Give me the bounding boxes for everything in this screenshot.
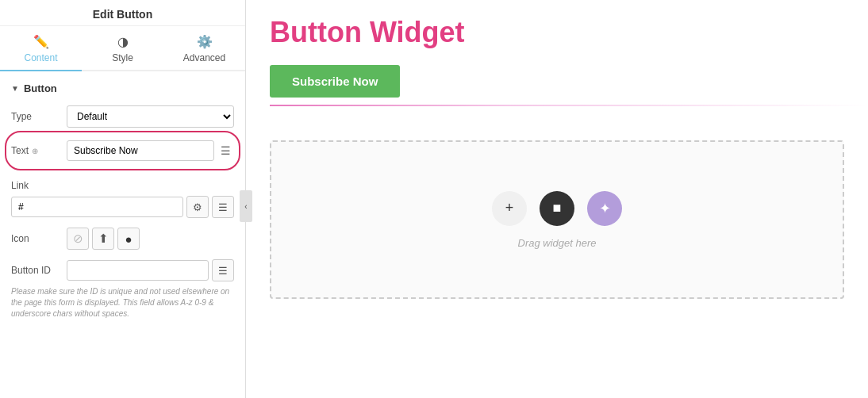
icon-circle-btn[interactable]: ● bbox=[117, 228, 140, 250]
icon-field-label: Icon bbox=[11, 233, 67, 244]
link-list-btn[interactable]: ☰ bbox=[212, 196, 234, 218]
text-label-area: Text ⊕ bbox=[11, 145, 67, 156]
section-button-label: Button bbox=[24, 82, 57, 94]
tabs-row: ✏️ Content ◑ Style ⚙️ Advanced bbox=[0, 26, 245, 71]
tab-content[interactable]: ✏️ Content bbox=[0, 26, 82, 71]
type-select[interactable]: Default Info Success Warning Danger bbox=[67, 105, 234, 128]
add-widget-icon[interactable]: + bbox=[492, 191, 527, 226]
advanced-tab-icon: ⚙️ bbox=[197, 34, 213, 49]
left-panel: Edit Button ✏️ Content ◑ Style ⚙️ Advanc… bbox=[0, 0, 246, 398]
link-gear-btn[interactable]: ⚙ bbox=[186, 196, 209, 218]
drag-widget-label: Drag widget here bbox=[518, 237, 597, 249]
tab-advanced-label: Advanced bbox=[183, 52, 225, 63]
help-text: Please make sure the ID is unique and no… bbox=[11, 286, 234, 320]
text-field-row: Text ⊕ ☰ bbox=[11, 137, 234, 164]
page-title: Button Widget bbox=[270, 16, 844, 49]
text-field-label: Text bbox=[11, 145, 29, 156]
text-input[interactable] bbox=[67, 140, 214, 161]
text-list-icon-btn[interactable]: ☰ bbox=[217, 143, 234, 159]
button-id-list-btn[interactable]: ☰ bbox=[212, 259, 234, 281]
section-button-header: ▼ Button bbox=[11, 82, 234, 94]
text-drag-icon[interactable]: ⊕ bbox=[32, 147, 38, 155]
section-arrow-icon: ▼ bbox=[11, 84, 19, 93]
link-input-row: ⚙ ☰ bbox=[11, 196, 234, 218]
tab-style-label: Style bbox=[112, 52, 133, 63]
type-field-control: Default Info Success Warning Danger bbox=[67, 105, 234, 128]
tab-content-label: Content bbox=[24, 52, 57, 63]
text-input-area: ☰ bbox=[67, 140, 234, 161]
link-field-label: Link bbox=[11, 180, 234, 191]
tab-advanced[interactable]: ⚙️ Advanced bbox=[163, 26, 245, 71]
pink-divider-line bbox=[270, 105, 868, 106]
icon-upload-btn[interactable]: ⬆ bbox=[92, 228, 114, 250]
icon-btns: ⊘ ⬆ ● bbox=[67, 228, 140, 250]
drop-zone[interactable]: + ■ ✦ Drag widget here bbox=[270, 140, 844, 299]
icon-field-row: Icon ⊘ ⬆ ● bbox=[11, 228, 234, 250]
link-input[interactable] bbox=[11, 197, 183, 217]
button-id-input[interactable] bbox=[67, 260, 209, 281]
button-id-row: Button ID ☰ bbox=[11, 259, 234, 281]
button-preview-area: Subscribe Now bbox=[270, 65, 844, 98]
type-field-row: Type Default Info Success Warning Danger bbox=[11, 105, 234, 128]
tab-style[interactable]: ◑ Style bbox=[82, 26, 163, 71]
button-id-label: Button ID bbox=[11, 265, 67, 276]
right-panel: Button Widget Subscribe Now + ■ ✦ Drag w… bbox=[246, 0, 868, 398]
folder-widget-icon[interactable]: ■ bbox=[540, 191, 574, 226]
type-field-label: Type bbox=[11, 111, 67, 122]
drop-zone-icons: + ■ ✦ bbox=[492, 191, 622, 226]
style-tab-icon: ◑ bbox=[117, 34, 129, 49]
button-id-input-wrap: ☰ bbox=[67, 259, 234, 281]
content-tab-icon: ✏️ bbox=[33, 34, 49, 49]
panel-title: Edit Button bbox=[0, 0, 245, 26]
subscribe-now-button[interactable]: Subscribe Now bbox=[270, 65, 400, 98]
sparkle-widget-icon[interactable]: ✦ bbox=[587, 191, 622, 226]
collapse-panel-btn[interactable]: ‹ bbox=[240, 190, 252, 222]
panel-body: ▼ Button Type Default Info Success Warni… bbox=[0, 71, 245, 398]
icon-no-btn[interactable]: ⊘ bbox=[67, 228, 89, 250]
